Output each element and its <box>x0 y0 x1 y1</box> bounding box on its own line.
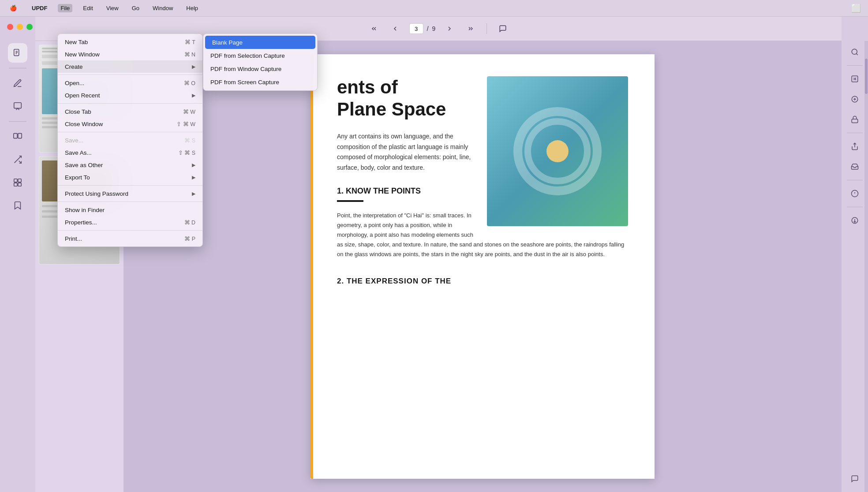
submenu-pdf-screen[interactable]: PDF from Screen Capture <box>203 75 317 89</box>
sidebar-icon-edit[interactable] <box>8 74 27 93</box>
menu-separator-4 <box>58 185 202 186</box>
right-icon-lock[interactable] <box>846 111 864 128</box>
prev-page-button[interactable] <box>388 22 402 36</box>
menu-save[interactable]: Save... ⌘ S <box>58 134 202 146</box>
svg-rect-19 <box>852 119 858 123</box>
control-strip-icon: ⬜ <box>851 4 861 13</box>
menu-separator-1 <box>58 75 202 75</box>
svg-rect-4 <box>14 103 22 108</box>
help-menu-item[interactable]: Help <box>183 4 201 12</box>
menu-close-tab[interactable]: Close Tab ⌘ W <box>58 105 202 118</box>
app-name[interactable]: UPDF <box>29 4 50 12</box>
right-divider-1 <box>847 65 863 66</box>
next-page-button[interactable] <box>442 22 456 36</box>
close-button[interactable] <box>7 24 13 30</box>
right-divider-2 <box>847 133 863 133</box>
sidebar-divider-1 <box>9 68 26 68</box>
sidebar-icon-organize[interactable] <box>8 173 27 192</box>
right-icon-save[interactable] <box>846 185 864 202</box>
menu-separator-2 <box>58 103 202 104</box>
submenu-blank-page[interactable]: Blank Page <box>205 36 315 49</box>
right-icon-chat[interactable] <box>846 470 864 488</box>
scrollbar-thumb[interactable] <box>865 59 868 94</box>
submenu-pdf-window[interactable]: PDF from Window Capture <box>203 62 317 75</box>
menu-print[interactable]: Print... ⌘ P <box>58 232 202 245</box>
menu-new-tab[interactable]: New Tab ⌘ T <box>58 36 202 48</box>
svg-point-13 <box>852 49 857 54</box>
apple-menu[interactable]: 🍎 <box>7 4 19 12</box>
go-menu-item[interactable]: Go <box>129 4 142 12</box>
shortcut-close-tab: ⌘ W <box>183 108 195 115</box>
svg-line-14 <box>856 53 857 55</box>
shortcut-save: ⌘ S <box>184 137 195 144</box>
right-icon-inbox[interactable] <box>846 158 864 175</box>
window-menu-item[interactable]: Window <box>150 4 176 12</box>
svg-rect-6 <box>18 134 22 138</box>
menu-separator-3 <box>58 132 202 132</box>
app-window: / 9 <box>0 17 868 492</box>
pdf-image-inner <box>513 107 602 195</box>
sidebar-icon-convert[interactable] <box>8 150 27 169</box>
menu-new-window[interactable]: New Window ⌘ N <box>58 48 202 60</box>
create-arrow-icon: ▶ <box>192 64 195 70</box>
menu-close-window[interactable]: Close Window ⇧ ⌘ W <box>58 118 202 130</box>
sidebar-icon-pages[interactable] <box>8 127 27 146</box>
menu-export-to[interactable]: Export To ▶ <box>58 171 202 183</box>
right-icon-share[interactable] <box>846 138 864 155</box>
pdf-underline <box>337 200 363 202</box>
save-as-other-arrow-icon: ▶ <box>192 162 195 168</box>
maximize-button[interactable] <box>26 24 33 30</box>
menubar-right: ⬜ <box>851 4 861 13</box>
scrollbar[interactable] <box>864 41 868 492</box>
minimize-button[interactable] <box>17 24 23 30</box>
sidebar-icon-annotate[interactable] <box>8 97 27 116</box>
right-icon-ocr[interactable] <box>846 70 864 88</box>
submenu-pdf-selection[interactable]: PDF from Selection Capture <box>203 49 317 62</box>
shortcut-close-window: ⇧ ⌘ W <box>176 121 195 127</box>
left-sidebar <box>0 17 35 492</box>
menu-save-as-other[interactable]: Save as Other ▶ <box>58 159 202 171</box>
page-navigation: / 9 <box>409 23 436 34</box>
pdf-content: ents of Plane Space Any art contains its… <box>337 76 628 286</box>
svg-rect-5 <box>14 134 17 138</box>
menubar: 🍎 UPDF File Edit View Go Window Help ⬜ <box>0 0 868 17</box>
menu-separator-6 <box>58 230 202 231</box>
right-icon-search[interactable] <box>846 43 864 61</box>
sidebar-icon-document[interactable] <box>8 43 27 63</box>
edit-menu-item[interactable]: Edit <box>80 4 95 12</box>
total-pages: 9 <box>432 25 436 32</box>
menu-separator-5 <box>58 201 202 202</box>
shortcut-save-as: ⇧ ⌘ S <box>178 149 195 156</box>
shortcut-new-window: ⌘ N <box>184 51 196 58</box>
menu-properties[interactable]: Properties... ⌘ D <box>58 216 202 228</box>
svg-rect-12 <box>18 183 21 186</box>
comment-button[interactable] <box>496 22 510 36</box>
export-to-arrow-icon: ▶ <box>192 175 195 180</box>
menu-protect[interactable]: Protect Using Password ▶ <box>58 187 202 200</box>
right-icon-extract[interactable] <box>846 90 864 108</box>
shortcut-print: ⌘ P <box>184 235 195 242</box>
pdf-viewer[interactable]: ents of Plane Space Any art contains its… <box>123 41 842 492</box>
last-page-button[interactable] <box>464 22 478 36</box>
menu-show-in-finder[interactable]: Show in Finder <box>58 204 202 216</box>
first-page-button[interactable] <box>367 22 381 36</box>
menu-open[interactable]: Open... ⌘ O <box>58 77 202 89</box>
page-input[interactable] <box>409 23 423 34</box>
file-menu-item[interactable]: File <box>58 4 72 12</box>
menu-create[interactable]: Create ▶ <box>58 60 202 73</box>
shortcut-open: ⌘ O <box>184 80 195 86</box>
pdf-section-title2: 2. THE EXPRESSION OF THE <box>337 277 628 286</box>
shortcut-new-tab: ⌘ T <box>185 39 195 45</box>
menu-save-as[interactable]: Save As... ⇧ ⌘ S <box>58 146 202 159</box>
right-divider-4 <box>847 207 863 207</box>
sidebar-icon-bookmark[interactable] <box>8 196 27 215</box>
file-menu-dropdown: New Tab ⌘ T New Window ⌘ N Create ▶ Open… <box>57 34 203 247</box>
create-submenu: Blank Page PDF from Selection Capture PD… <box>203 34 318 91</box>
view-menu-item[interactable]: View <box>104 4 121 12</box>
svg-rect-11 <box>14 183 17 186</box>
accent-bar <box>311 54 313 479</box>
menu-open-recent[interactable]: Open Recent ▶ <box>58 89 202 101</box>
svg-line-8 <box>19 161 22 164</box>
right-icon-mic[interactable] <box>846 212 864 229</box>
sidebar-divider-2 <box>9 121 26 122</box>
